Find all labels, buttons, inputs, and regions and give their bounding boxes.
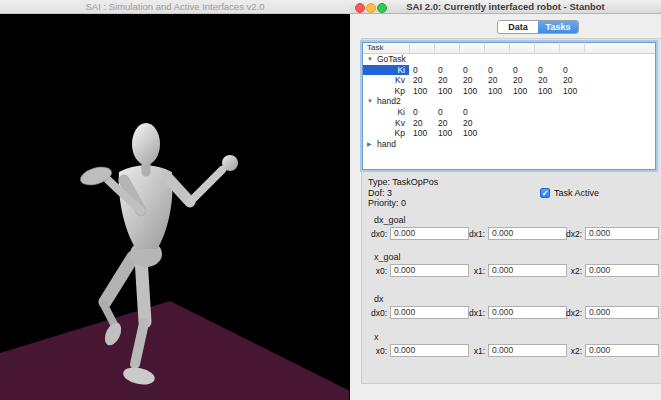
task-table-header: Task [363, 43, 655, 54]
gain-label-selected[interactable]: Ki [363, 65, 409, 76]
column-separator [559, 44, 560, 52]
x-field-label-0: x0: [363, 346, 387, 356]
gain-label[interactable]: Kv [363, 75, 409, 86]
tab-data[interactable]: Data [498, 21, 538, 33]
task-group-row-hand[interactable]: ▶hand [363, 139, 655, 150]
x-input-0[interactable]: 0.000 [390, 344, 469, 357]
gain-label[interactable]: Kp [363, 86, 409, 97]
gain-label[interactable]: Ki [363, 107, 409, 118]
gain-value-cell[interactable]: 100 [409, 128, 434, 139]
robot-right-upper-arm [169, 179, 190, 202]
task-column-header: Task [367, 43, 383, 53]
gain-value-cell[interactable]: 100 [484, 86, 509, 97]
x_goal-input-2[interactable]: 0.000 [585, 264, 659, 277]
gain-row-ki[interactable]: Ki0000000 [363, 65, 655, 76]
chevron-expanded-icon[interactable]: ▼ [367, 96, 373, 107]
x-input-1[interactable]: 0.000 [488, 344, 567, 357]
robot-rear-thigh [105, 257, 133, 302]
gain-label[interactable]: Kp [363, 128, 409, 139]
gain-value-cell[interactable]: 20 [409, 118, 434, 129]
gain-value-cell[interactable]: 20 [409, 75, 434, 86]
gain-value-cell[interactable]: 100 [434, 86, 459, 97]
gain-row-kp[interactable]: Kp100100100100100100100 [363, 86, 655, 97]
gain-row-kv[interactable]: Kv20202020202020 [363, 75, 655, 86]
task-dof-label: Dof: 3 [368, 188, 438, 199]
column-separator [459, 44, 460, 52]
robot-front-thigh [141, 258, 145, 322]
gain-value-cell[interactable]: 20 [484, 75, 509, 86]
section-title: dx [374, 294, 384, 304]
column-separator [409, 44, 410, 52]
dx_goal-input-1[interactable]: 0.000 [488, 227, 567, 240]
task-group-row-gotask[interactable]: ▼GoTask [363, 54, 655, 65]
gain-row-kp[interactable]: Kp100100100 [363, 128, 655, 139]
robot-right-forearm [190, 170, 222, 202]
column-separator [484, 44, 485, 52]
dx-input-1[interactable]: 0.000 [488, 306, 567, 319]
gain-value-cell[interactable]: 20 [559, 75, 584, 86]
gain-value-cell[interactable]: 100 [509, 86, 534, 97]
task-tree-table[interactable]: Task ▼GoTaskKi0000000Kv20202020202020Kp1… [362, 42, 656, 170]
section-title: dx_goal [374, 215, 406, 225]
x_goal-input-0[interactable]: 0.000 [390, 264, 469, 277]
task-group-row-hand2[interactable]: ▼hand2 [363, 96, 655, 107]
task-active-label: Task Active [554, 188, 599, 198]
gain-value-cell[interactable]: 20 [434, 75, 459, 86]
gain-value-cell[interactable]: 0 [459, 65, 484, 76]
gain-value-cell[interactable]: 0 [409, 107, 434, 118]
simulation-titlebar[interactable]: SAI : Simulation and Active Interfaces v… [0, 0, 350, 14]
gain-value-cell[interactable]: 20 [534, 75, 559, 86]
robot-figure [0, 14, 349, 400]
x_goal-input-1[interactable]: 0.000 [488, 264, 567, 277]
gain-value-cell[interactable]: 100 [534, 86, 559, 97]
x_goal-field-label-0: x0: [363, 266, 387, 276]
tab-strip: DataTasks [497, 20, 579, 34]
x_goal-field-label-1: x1: [460, 266, 485, 276]
gain-value-cell[interactable]: 0 [509, 65, 534, 76]
gain-label[interactable]: Kv [363, 118, 409, 129]
gain-value-cell[interactable]: 100 [459, 128, 484, 139]
gain-value-cell[interactable]: 100 [409, 86, 434, 97]
task-type-label: Type: TaskOpPos [368, 177, 438, 188]
gain-value-cell[interactable]: 0 [534, 65, 559, 76]
x_goal-field-label-2: x2: [557, 266, 582, 276]
gain-value-cell[interactable]: 0 [434, 65, 459, 76]
gain-value-cell[interactable]: 100 [434, 128, 459, 139]
dx_goal-input-0[interactable]: 0.000 [390, 227, 469, 240]
dx-input-0[interactable]: 0.000 [390, 306, 469, 319]
dx-input-2[interactable]: 0.000 [585, 306, 659, 319]
simulation-window: SAI : Simulation and Active Interfaces v… [0, 0, 350, 400]
gain-value-cell[interactable]: 20 [509, 75, 534, 86]
dx-field-label-2: dx2: [557, 308, 582, 318]
tab-tasks[interactable]: Tasks [538, 21, 578, 33]
gain-value-cell[interactable]: 20 [459, 118, 484, 129]
task-priority-label: Priority: 0 [368, 198, 438, 209]
chevron-expanded-icon[interactable]: ▼ [367, 54, 373, 65]
control-titlebar[interactable]: SAI 2.0: Currently interfaced robot - St… [350, 0, 661, 14]
chevron-collapsed-icon[interactable]: ▶ [367, 139, 372, 150]
gain-value-cell[interactable]: 0 [434, 107, 459, 118]
task-info-block: Type: TaskOpPos Dof: 3 Priority: 0 [368, 177, 438, 209]
section-title: x [374, 332, 379, 342]
robot-head [132, 123, 160, 165]
x-field-label-1: x1: [460, 346, 485, 356]
gain-value-cell[interactable]: 20 [434, 118, 459, 129]
simulation-viewport[interactable] [0, 14, 349, 400]
task-group-label: hand [377, 139, 396, 150]
dx_goal-input-2[interactable]: 0.000 [585, 227, 659, 240]
task-group-label: GoTask [377, 54, 406, 65]
x-input-2[interactable]: 0.000 [585, 344, 659, 357]
gain-value-cell[interactable]: 0 [409, 65, 434, 76]
gain-value-cell[interactable]: 100 [459, 86, 484, 97]
gain-value-cell[interactable]: 0 [459, 107, 484, 118]
gain-value-cell[interactable]: 0 [484, 65, 509, 76]
task-active-checkbox[interactable]: ✓ [540, 188, 550, 198]
gain-value-cell[interactable]: 100 [559, 86, 584, 97]
column-separator [509, 44, 510, 52]
gain-row-kv[interactable]: Kv202020 [363, 118, 655, 129]
column-separator [534, 44, 535, 52]
gain-value-cell[interactable]: 20 [459, 75, 484, 86]
x-field-label-2: x2: [557, 346, 582, 356]
gain-value-cell[interactable]: 0 [559, 65, 584, 76]
gain-row-ki[interactable]: Ki000 [363, 107, 655, 118]
